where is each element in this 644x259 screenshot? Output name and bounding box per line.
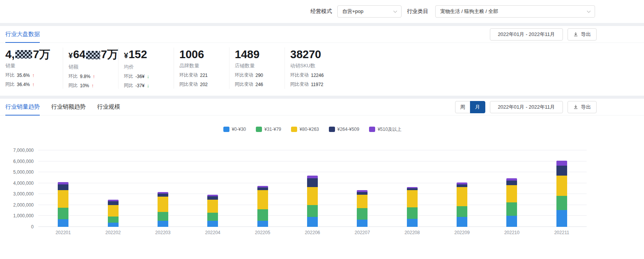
bar-segment[interactable]	[556, 166, 567, 176]
toggle-option-0[interactable]: 周	[455, 101, 470, 113]
bar-segment[interactable]	[108, 217, 119, 223]
bar-segment[interactable]	[506, 202, 517, 216]
bar-segment[interactable]	[158, 212, 168, 221]
arrow-up-icon: ↑	[91, 83, 94, 88]
toggle-option-1[interactable]: 月	[470, 101, 485, 113]
bar-segment[interactable]	[407, 207, 418, 219]
overview-export-button[interactable]: 导出	[568, 28, 597, 41]
bar-stack[interactable]	[556, 161, 567, 227]
x-axis-label: 202204	[205, 230, 220, 235]
bar-segment[interactable]	[307, 205, 318, 217]
metric-value-text: 4,	[5, 47, 15, 61]
bar-segment[interactable]	[257, 221, 268, 227]
trends-tab-1[interactable]: 行业销额趋势	[51, 99, 86, 116]
tab-industry-overview[interactable]: 行业大盘数据	[5, 26, 40, 43]
x-axis-label: 202210	[504, 230, 519, 235]
y-axis-label: 1,000,000	[0, 213, 34, 218]
metric-label: 销额	[68, 64, 118, 70]
bar-segment[interactable]	[506, 181, 517, 186]
bar-segment[interactable]	[357, 192, 368, 195]
bar-stack[interactable]	[207, 195, 218, 227]
mode-select-value: 自营+pop	[342, 8, 363, 15]
bar-segment[interactable]	[58, 219, 68, 227]
bar-segment[interactable]	[457, 187, 467, 206]
bar-segment[interactable]	[207, 196, 218, 200]
legend-item[interactable]: ¥80-¥263	[291, 127, 319, 132]
bar-segment[interactable]	[506, 185, 517, 202]
bar-segment[interactable]	[506, 216, 517, 227]
category-select[interactable]: 宠物生活 / 猫狗主粮 / 全部	[435, 5, 595, 18]
overview-date-range-button[interactable]: 2022年01月 - 2022年11月	[490, 28, 563, 41]
censored-mosaic	[86, 51, 100, 59]
bar-segment[interactable]	[158, 194, 168, 197]
bar-segment[interactable]	[457, 184, 467, 187]
bar-segment[interactable]	[357, 208, 368, 220]
bar-stack[interactable]	[257, 186, 268, 227]
metric-label: 店铺数量	[235, 62, 285, 69]
bar-segment[interactable]	[556, 210, 567, 227]
legend-label: ¥510及以上	[377, 126, 402, 133]
bar-stack[interactable]	[407, 187, 418, 227]
bar-segment[interactable]	[307, 178, 318, 187]
bar-column: 202208	[387, 150, 437, 227]
legend-item[interactable]: ¥31-¥79	[256, 127, 281, 132]
bar-stack[interactable]	[158, 192, 168, 227]
bar-segment[interactable]	[307, 217, 318, 227]
bar-segment[interactable]	[407, 219, 418, 227]
bar-segment[interactable]	[58, 190, 68, 208]
censored-mosaic	[15, 50, 32, 59]
metric-value: ¥152	[124, 47, 174, 62]
bar-segment[interactable]	[158, 197, 168, 212]
trends-card: 行业销量趋势行业销额趋势行业规模 周月 2022年01月 - 2022年11月 …	[0, 99, 644, 259]
trends-tab-0[interactable]: 行业销量趋势	[5, 99, 40, 116]
trends-export-button[interactable]: 导出	[568, 101, 597, 113]
legend-item[interactable]: ¥0-¥30	[223, 127, 246, 132]
trends-date-range-button[interactable]: 2022年01月 - 2022年11月	[490, 101, 563, 113]
bar-segment[interactable]	[556, 161, 567, 166]
metric-comparison-row: 环比9.8%↑	[68, 73, 118, 80]
bar-stack[interactable]	[307, 176, 318, 227]
bar-segment[interactable]	[307, 187, 318, 205]
bar-column: 202203	[138, 150, 188, 227]
bar-segment[interactable]	[108, 205, 119, 217]
bar-segment[interactable]	[257, 190, 268, 209]
arrow-up-icon: ↑	[93, 73, 95, 79]
bar-stack[interactable]	[108, 200, 119, 227]
bar-segment[interactable]	[257, 187, 268, 190]
bar-segment[interactable]	[207, 213, 218, 221]
x-axis-label: 202209	[454, 230, 470, 235]
bar-segment[interactable]	[407, 190, 418, 207]
mode-select[interactable]: 自营+pop	[337, 5, 402, 18]
bar-stack[interactable]	[506, 178, 517, 227]
bar-stack[interactable]	[357, 190, 368, 227]
metric-column: 4,7万销量环比35.6%↑同比36.4%↑	[5, 47, 63, 89]
bar-column: 202201	[38, 150, 88, 227]
legend-label: ¥0-¥30	[232, 127, 246, 132]
bar-segment[interactable]	[257, 209, 268, 221]
bar-segment[interactable]	[108, 223, 119, 227]
bar-segment[interactable]	[357, 220, 368, 227]
overview-card-header: 行业大盘数据 2022年01月 - 2022年11月 导出	[0, 26, 644, 43]
bar-stack[interactable]	[58, 182, 68, 227]
comparison-value: 9.8%	[80, 74, 90, 79]
metric-label: 均价	[124, 64, 174, 70]
bar-segment[interactable]	[457, 217, 467, 227]
bar-column: 202207	[337, 150, 387, 227]
y-axis-label: 0	[0, 224, 34, 230]
trends-tab-2[interactable]: 行业规模	[97, 99, 120, 116]
metric-comparison-row: 同比36.4%↑	[5, 81, 63, 88]
bar-stack[interactable]	[457, 182, 467, 227]
bar-segment[interactable]	[207, 200, 218, 213]
bar-segment[interactable]	[457, 206, 467, 217]
bar-segment[interactable]	[307, 176, 318, 178]
bar-segment[interactable]	[58, 208, 68, 219]
bar-segment[interactable]	[158, 221, 168, 227]
bar-segment[interactable]	[207, 221, 218, 227]
bar-segment[interactable]	[58, 184, 68, 191]
legend-item[interactable]: ¥264-¥509	[329, 127, 359, 132]
bar-segment[interactable]	[556, 176, 567, 196]
legend-item[interactable]: ¥510及以上	[369, 126, 402, 133]
bar-segment[interactable]	[556, 196, 567, 210]
bar-segment[interactable]	[357, 195, 368, 209]
bar-segment[interactable]	[108, 201, 119, 205]
